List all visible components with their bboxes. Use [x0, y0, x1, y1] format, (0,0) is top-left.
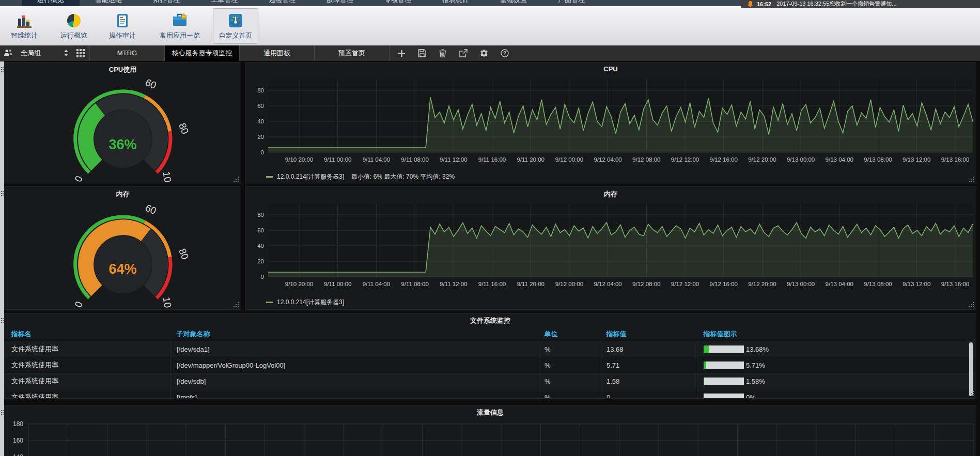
table-header-1[interactable]: 子对象名称 [170, 327, 538, 341]
custom-home-icon [227, 12, 244, 29]
bar-gauge-fill [704, 361, 706, 369]
dashboard-tab-2[interactable]: 通用面板 [240, 45, 315, 61]
menu-item-5[interactable]: 故障管理 [311, 0, 369, 6]
add-icon[interactable] [391, 45, 412, 61]
panel-title-mem-gauge[interactable]: 内存 [5, 190, 241, 199]
toolbar-item-4[interactable]: 自定义首页 [213, 8, 258, 44]
group-people-icon[interactable] [4, 49, 13, 56]
svg-text:9/13 00:00: 9/13 00:00 [787, 156, 815, 163]
table-scrollbar[interactable] [969, 342, 973, 396]
mem-chart-legend[interactable]: 12.0.0.214[计算服务器3] [266, 298, 344, 307]
bar-gauge-track [704, 361, 744, 369]
svg-text:9/11 04:00: 9/11 04:00 [363, 281, 391, 287]
panel-resize-handle[interactable] [238, 306, 239, 307]
svg-text:?: ? [503, 51, 506, 56]
mem-gauge-value: 64% [5, 261, 241, 277]
table-header-0[interactable]: 指标名 [5, 327, 170, 341]
table-header-2[interactable]: 单位 [538, 327, 600, 341]
bar-gauge-track [704, 378, 744, 385]
panel-title-mem-chart[interactable]: 内存 [245, 190, 976, 199]
layout-grid-icon[interactable] [76, 49, 85, 57]
stats-icon [16, 12, 33, 29]
table-cell: [/dev/mapper/VolGroup00-LogVol00] [170, 357, 538, 373]
svg-text:0: 0 [72, 300, 84, 308]
svg-text:60: 60 [144, 76, 158, 91]
row1-drag-handle[interactable] [1, 67, 2, 68]
toolbar-item-2[interactable]: 操作审计 [100, 8, 145, 44]
toolbar-item-0[interactable]: 智维统计 [2, 8, 46, 44]
panel-resize-handle[interactable] [973, 395, 974, 396]
table-cell: % [538, 341, 600, 357]
menu-item-2[interactable]: 拓扑管理 [137, 0, 195, 6]
dashboard-tab-3[interactable]: 预置首页 [315, 45, 390, 61]
panel-resize-handle[interactable] [973, 306, 974, 307]
table-row-3: 文件系统使用率[tmpfs]%00% [5, 389, 977, 399]
menu-item-1[interactable]: 智能运维 [80, 0, 137, 6]
panel-title-cpu-gauge[interactable]: CPU使用 [5, 65, 241, 74]
menu-item-9[interactable]: 产品管理 [542, 0, 600, 6]
svg-text:60: 60 [257, 103, 264, 109]
table-header-3[interactable]: 指标值 [600, 327, 697, 341]
panel-title-traffic[interactable]: 流量信息 [5, 408, 976, 417]
table-cell: 文件系统使用率 [5, 357, 170, 373]
settings-icon[interactable] [474, 45, 494, 61]
row4-drag-handle[interactable] [1, 410, 2, 411]
svg-text:9/11 20:00: 9/11 20:00 [517, 156, 545, 163]
select-spinner-arrows[interactable] [64, 50, 69, 57]
table-cell-bar-gauge: 13.68% [697, 341, 977, 357]
toolbar-item-1[interactable]: 运行概览 [52, 8, 96, 44]
svg-text:20: 20 [257, 258, 264, 264]
svg-text:0: 0 [72, 174, 84, 182]
table-cell: 13.68 [600, 341, 697, 357]
bar-gauge-label: 1.58% [746, 378, 765, 385]
panel-title-filesystem[interactable]: 文件系统监控 [5, 316, 976, 325]
export-icon[interactable] [453, 45, 474, 61]
svg-text:40: 40 [257, 243, 264, 249]
panel-title-cpu-chart[interactable]: CPU [245, 65, 976, 73]
table-header-4[interactable]: 指标值图示 [697, 327, 977, 341]
svg-text:9/10 20:00: 9/10 20:00 [285, 156, 313, 163]
svg-text:9/12 04:00: 9/12 04:00 [594, 156, 621, 163]
svg-text:9/12 08:00: 9/12 08:00 [632, 156, 660, 163]
delete-icon[interactable] [432, 45, 453, 61]
svg-text:9/11 00:00: 9/11 00:00 [324, 156, 352, 163]
svg-text:140: 140 [13, 453, 23, 456]
panel-resize-handle[interactable] [973, 181, 974, 182]
svg-text:9/13 12:00: 9/13 12:00 [903, 156, 930, 163]
svg-text:9/13 16:00: 9/13 16:00 [941, 156, 969, 163]
notification-toast[interactable]: 16:52 2017-09-13 16:32:55您收到一个撤销告警通知... [741, 0, 980, 8]
dashboard-tab-1[interactable]: 核心服务器专项监控 [165, 45, 240, 61]
menu-item-6[interactable]: 专项管理 [369, 0, 427, 6]
toolbar-item-label: 常用应用一览 [160, 31, 200, 40]
menu-item-0[interactable]: 运行概览 [22, 0, 80, 6]
svg-text:9/13 08:00: 9/13 08:00 [864, 281, 892, 287]
table-cell-bar-gauge: 0% [697, 389, 977, 399]
svg-text:80: 80 [177, 121, 191, 135]
svg-text:9/11 08:00: 9/11 08:00 [401, 156, 429, 163]
svg-text:9/12 20:00: 9/12 20:00 [748, 156, 776, 163]
bar-gauge-track [704, 345, 744, 353]
dashboard-tab-0[interactable]: MTRG [89, 45, 165, 61]
table-cell: 文件系统使用率 [5, 389, 170, 399]
save-icon[interactable] [412, 45, 432, 61]
menu-item-3[interactable]: 工单管理 [195, 0, 253, 6]
menu-item-7[interactable]: 报表统计 [427, 0, 485, 6]
panel-resize-handle[interactable] [238, 181, 239, 182]
group-select[interactable]: 全局组 [14, 45, 79, 61]
svg-text:9/12 20:00: 9/12 20:00 [748, 281, 776, 287]
menu-item-4[interactable]: 巡检管理 [253, 0, 311, 6]
menu-item-8[interactable]: 基础设置 [485, 0, 542, 6]
row2-drag-handle[interactable] [1, 191, 2, 192]
panel-drag-strip[interactable] [0, 61, 4, 456]
svg-text:9/13 08:00: 9/13 08:00 [864, 156, 892, 163]
bar-gauge-label: 0% [746, 394, 756, 399]
toolbar-item-3[interactable]: 常用应用一览 [153, 8, 207, 44]
help-icon[interactable]: ? [494, 45, 515, 61]
cpu-chart-legend[interactable]: 12.0.0.214[计算服务器3] 最小值: 6% 最大值: 70% 平均值:… [266, 172, 455, 181]
legend-swatch [266, 302, 273, 303]
toolbar-item-label: 自定义首页 [219, 31, 253, 40]
legend-series-name: 12.0.0.214[计算服务器3] [277, 298, 344, 307]
table-cell: 文件系统使用率 [5, 373, 170, 389]
audit-icon [114, 12, 131, 29]
row3-drag-handle[interactable] [1, 318, 2, 319]
